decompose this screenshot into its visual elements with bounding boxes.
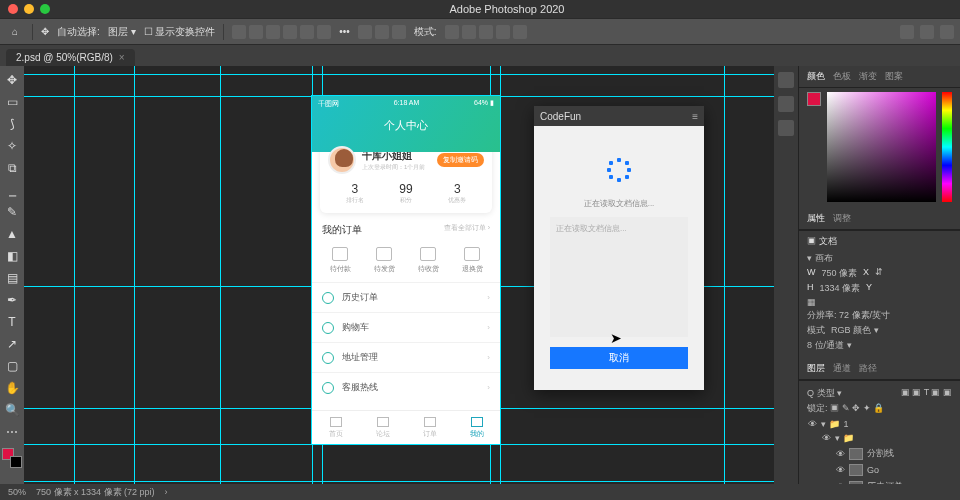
cancel-button[interactable]: 取消 xyxy=(550,347,688,369)
move-tool-icon[interactable]: ✥ xyxy=(41,26,49,37)
distribute-icon[interactable] xyxy=(358,25,372,39)
sv-plane[interactable] xyxy=(827,92,936,202)
tab-paths[interactable]: 路径 xyxy=(859,362,877,375)
align-icon[interactable] xyxy=(317,25,331,39)
canvas[interactable]: 千图网 6:18 AM 64% ▮ 个人中心 千库小姐姐 上次登录时间：1个月前… xyxy=(24,66,774,484)
close-tab-icon[interactable]: × xyxy=(119,52,125,63)
align-icon[interactable] xyxy=(266,25,280,39)
order-tab[interactable]: 待付款 xyxy=(330,247,351,274)
search-icon[interactable] xyxy=(900,25,914,39)
options-bar: ⌂ ✥ 自动选择: 图层 ▾ ☐ 显示变换控件 ••• 模式: xyxy=(0,18,960,44)
status-bar: 50% 750 像素 x 1334 像素 (72 ppi) › xyxy=(0,484,960,500)
collapsed-panel-icon[interactable] xyxy=(778,96,794,112)
tab-color[interactable]: 颜色 xyxy=(807,70,825,83)
canvas-section[interactable]: 画布 xyxy=(815,253,833,263)
layer-row[interactable]: 👁 ▾ 📁 1 xyxy=(807,417,952,431)
mode-dropdown[interactable]: RGB 颜色 ▾ xyxy=(831,324,879,337)
app-title: Adobe Photoshop 2020 xyxy=(62,3,952,15)
mode-icon[interactable] xyxy=(462,25,476,39)
eyedropper-tool[interactable]: ⎯ xyxy=(2,180,22,200)
nav-forum[interactable]: 论坛 xyxy=(359,411,406,444)
order-tab[interactable]: 待发货 xyxy=(374,247,395,274)
pen-tool[interactable]: ✒ xyxy=(2,290,22,310)
layer-row[interactable]: 👁分割线 xyxy=(807,445,952,462)
list-row[interactable]: 地址管理› xyxy=(312,342,500,372)
tab-layers[interactable]: 图层 xyxy=(807,362,825,375)
mode-icon[interactable] xyxy=(496,25,510,39)
list-row[interactable]: 历史订单› xyxy=(312,282,500,312)
move-tool[interactable]: ✥ xyxy=(2,70,22,90)
layer-row[interactable]: 👁Go xyxy=(807,462,952,478)
eraser-tool[interactable]: ◧ xyxy=(2,246,22,266)
distribute-icon[interactable] xyxy=(375,25,389,39)
lasso-tool[interactable]: ⟆ xyxy=(2,114,22,134)
gradient-tool[interactable]: ▤ xyxy=(2,268,22,288)
type-tool[interactable]: T xyxy=(2,312,22,332)
tab-channels[interactable]: 通道 xyxy=(833,362,851,375)
right-panels: 颜色 色板 渐变 图案 属性 调整 ▣ 文档 ▾ 画布 W 750 像素 X ⇵… xyxy=(798,66,960,484)
distribute-icon[interactable] xyxy=(392,25,406,39)
codefun-dialog: CodeFun ≡ 正在读取文档信息... 正在读取文档信息... 取消 ➤ xyxy=(534,106,704,390)
bits-dropdown[interactable]: 8 位/通道 ▾ xyxy=(807,339,852,352)
minimize-window-button[interactable] xyxy=(24,4,34,14)
more-tools[interactable]: ⋯ xyxy=(2,422,22,442)
brush-tool[interactable]: ✎ xyxy=(2,202,22,222)
list-row[interactable]: 购物车› xyxy=(312,312,500,342)
width-value[interactable]: 750 像素 xyxy=(822,267,858,280)
tab-swatches[interactable]: 色板 xyxy=(833,70,851,83)
orders-more-link[interactable]: 查看全部订单 › xyxy=(444,223,490,237)
transform-controls-checkbox[interactable]: ☐ 显示变换控件 xyxy=(144,25,216,39)
height-value[interactable]: 1334 像素 xyxy=(820,282,861,295)
layers-panel-tabs: 图层 通道 路径 xyxy=(799,358,960,380)
nav-home[interactable]: 首页 xyxy=(312,411,359,444)
wand-tool[interactable]: ✧ xyxy=(2,136,22,156)
background-color[interactable] xyxy=(10,456,22,468)
list-row[interactable]: 客服热线› xyxy=(312,372,500,402)
color-swatches[interactable] xyxy=(2,448,22,468)
collapsed-panel-icon[interactable] xyxy=(778,120,794,136)
dialog-menu-icon[interactable]: ≡ xyxy=(692,111,698,122)
auto-select-dropdown[interactable]: 图层 ▾ xyxy=(108,25,136,39)
mode-icon[interactable] xyxy=(479,25,493,39)
status-more[interactable]: › xyxy=(165,487,168,497)
align-icon[interactable] xyxy=(283,25,297,39)
stat-label: 积分 xyxy=(399,196,412,205)
order-tab[interactable]: 待收货 xyxy=(418,247,439,274)
dialog-titlebar[interactable]: CodeFun ≡ xyxy=(534,106,704,126)
hue-slider[interactable] xyxy=(942,92,952,202)
collapsed-panel-icon[interactable] xyxy=(778,72,794,88)
blend-mode-dropdown[interactable]: Q 类型 ▾ xyxy=(807,387,842,400)
current-color-swatch[interactable] xyxy=(807,92,821,106)
order-tab[interactable]: 退换货 xyxy=(462,247,483,274)
tab-gradients[interactable]: 渐变 xyxy=(859,70,877,83)
color-picker[interactable] xyxy=(799,88,960,208)
maximize-window-button[interactable] xyxy=(40,4,50,14)
align-icon[interactable] xyxy=(232,25,246,39)
hand-tool[interactable]: ✋ xyxy=(2,378,22,398)
marquee-tool[interactable]: ▭ xyxy=(2,92,22,112)
workspace-icon[interactable] xyxy=(920,25,934,39)
layer-row[interactable]: 👁 ▾ 📁 xyxy=(807,431,952,445)
document-tab[interactable]: 2.psd @ 50%(RGB/8) × xyxy=(6,49,135,66)
layer-row[interactable]: 👁历史订单 xyxy=(807,478,952,484)
home-button[interactable]: ⌂ xyxy=(6,23,24,41)
shape-tool[interactable]: ▢ xyxy=(2,356,22,376)
zoom-tool[interactable]: 🔍 xyxy=(2,400,22,420)
path-tool[interactable]: ↗ xyxy=(2,334,22,354)
mode-icon[interactable] xyxy=(445,25,459,39)
close-window-button[interactable] xyxy=(8,4,18,14)
tab-adjustments[interactable]: 调整 xyxy=(833,212,851,225)
tab-patterns[interactable]: 图案 xyxy=(885,70,903,83)
zoom-level[interactable]: 50% xyxy=(8,487,26,497)
tab-properties[interactable]: 属性 xyxy=(807,212,825,225)
nav-me[interactable]: 我的 xyxy=(453,411,500,444)
stamp-tool[interactable]: ▲ xyxy=(2,224,22,244)
align-icon[interactable] xyxy=(249,25,263,39)
crop-tool[interactable]: ⧉ xyxy=(2,158,22,178)
align-icon[interactable] xyxy=(300,25,314,39)
nav-orders[interactable]: 订单 xyxy=(406,411,453,444)
mode-icon[interactable] xyxy=(513,25,527,39)
invite-pill[interactable]: 复制邀请码 xyxy=(437,153,484,167)
share-icon[interactable] xyxy=(940,25,954,39)
mobile-artboard[interactable]: 千图网 6:18 AM 64% ▮ 个人中心 千库小姐姐 上次登录时间：1个月前… xyxy=(312,96,500,444)
